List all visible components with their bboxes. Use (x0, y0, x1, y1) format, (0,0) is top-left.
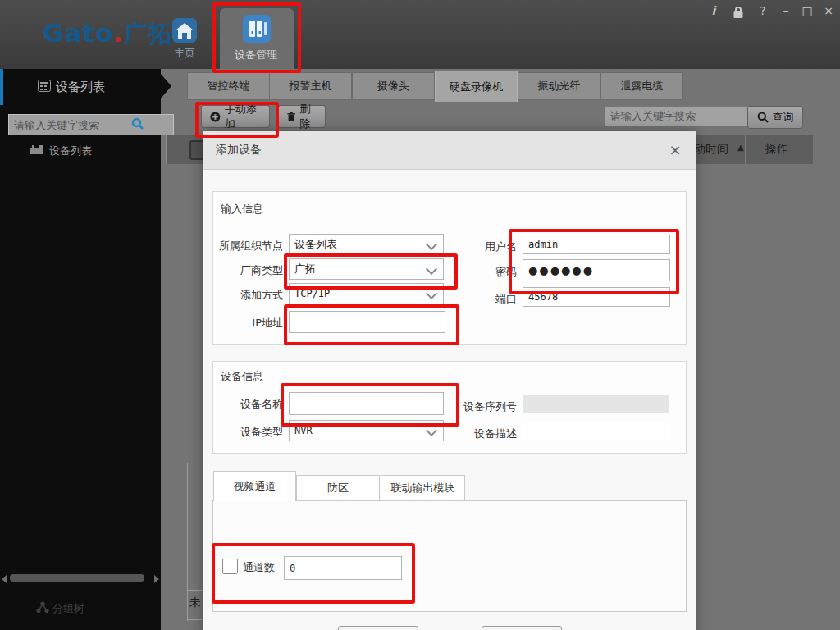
trash-icon (287, 111, 295, 123)
sidebar-tree-item-device-list[interactable]: 设备列表 (49, 144, 92, 158)
device-list-header-icon (38, 80, 51, 92)
tab-defense-zone[interactable]: 防区 (296, 475, 380, 500)
column-divider (745, 135, 746, 164)
annotation-box-vendor-type (284, 253, 458, 290)
background-text-fragment: 未 (187, 590, 203, 620)
help-icon[interactable]: ? (755, 4, 771, 17)
tab-video-channel[interactable]: 视频通道 (213, 471, 296, 501)
sidebar: 设备列表 设备列表 分组树 (0, 69, 161, 630)
maximize-button[interactable]: □ (799, 4, 815, 17)
org-node-label: 所属组织节点 (209, 239, 283, 253)
app-window: Gato.广拓 主页 设备管理 i (0, 0, 840, 630)
dialog-close-icon[interactable]: × (666, 141, 684, 158)
tab-linkage-output[interactable]: 联动输出模块 (381, 475, 465, 500)
brand-logo: Gato.广拓 (43, 18, 173, 51)
brand-dot: . (113, 18, 124, 48)
dialog-title: 添加设备 (216, 143, 262, 158)
device-tab-leakage-cable[interactable]: 泄露电缆 (600, 72, 683, 100)
nav-tab-home[interactable]: 主页 (168, 16, 201, 62)
annotation-box-manual-add (195, 102, 279, 138)
scrollbar-right-arrow[interactable] (154, 575, 159, 583)
sidebar-selected-pointer (161, 74, 171, 98)
device-tree-item-icon (30, 144, 44, 155)
add-method-value: TCP/IP (294, 288, 330, 299)
query-search-icon (757, 112, 769, 123)
keyword-search-input[interactable] (605, 106, 752, 126)
sort-ascending-icon[interactable]: ▲ (737, 143, 744, 152)
device-desc-input[interactable] (523, 422, 669, 441)
sidebar-horizontal-scrollbar-thumb[interactable] (10, 574, 144, 582)
serial-number-input (523, 395, 669, 413)
lock-icon[interactable] (730, 7, 746, 18)
action-column-header: 操作 (765, 142, 788, 157)
scrollbar-left-arrow[interactable] (2, 575, 7, 583)
home-icon (172, 18, 197, 43)
username-label: 用户名 (432, 240, 517, 254)
info-icon[interactable]: i (705, 4, 722, 17)
device-tab-vibration-fiber[interactable]: 振动光纤 (518, 72, 600, 100)
input-info-title: 输入信息 (221, 202, 263, 217)
ip-address-label: IP地址 (209, 316, 283, 331)
add-method-label: 添加方式 (209, 288, 283, 303)
device-tab-alarm-host[interactable]: 报警主机 (269, 72, 352, 100)
close-button[interactable]: × (820, 4, 837, 17)
device-type-value: NVR (294, 425, 313, 436)
device-name-label: 设备名称 (209, 397, 283, 412)
brand-cjk: 广拓 (124, 20, 173, 48)
group-tree-icon (36, 601, 49, 614)
device-tab-camera[interactable]: 摄像头 (352, 72, 435, 100)
org-node-value: 设备列表 (294, 237, 337, 252)
annotation-box-device-mgmt-tab (212, 2, 301, 73)
query-label: 查询 (773, 110, 794, 125)
device-tab-smart-terminal[interactable]: 智控终端 (187, 72, 270, 100)
query-button[interactable]: 查询 (747, 106, 803, 129)
org-node-select[interactable]: 设备列表 (289, 234, 444, 255)
sidebar-footer-group-tree[interactable]: 分组树 (52, 601, 84, 616)
device-desc-label: 设备描述 (432, 427, 517, 441)
annotation-box-device-name (281, 383, 459, 427)
delete-label: 删除 (299, 102, 317, 131)
annotation-box-channel-count (212, 543, 415, 604)
device-type-label: 设备类型 (209, 425, 283, 440)
brand-text: Gato (43, 18, 113, 48)
annotation-box-ip-address (284, 304, 459, 345)
minimize-button[interactable]: – (778, 4, 794, 17)
vendor-type-label: 厂商类型 (209, 263, 283, 278)
device-info-title: 设备信息 (221, 369, 263, 384)
delete-button[interactable]: 删除 (278, 105, 326, 128)
sidebar-header-device-list[interactable]: 设备列表 (56, 80, 105, 95)
sidebar-search-input[interactable] (8, 114, 174, 135)
annotation-box-credentials (509, 229, 679, 294)
modal-footer-button-left[interactable] (338, 626, 418, 630)
device-tab-dvr[interactable]: 硬盘录像机 (435, 71, 518, 102)
nav-home-label: 主页 (174, 46, 195, 61)
sidebar-search-icon[interactable] (131, 117, 144, 130)
modal-footer-button-right[interactable] (482, 626, 562, 630)
sidebar-accent-bar (0, 69, 3, 105)
top-bar: Gato.广拓 主页 设备管理 i (0, 0, 840, 69)
time-column-header[interactable]: 动时间 (694, 142, 728, 157)
